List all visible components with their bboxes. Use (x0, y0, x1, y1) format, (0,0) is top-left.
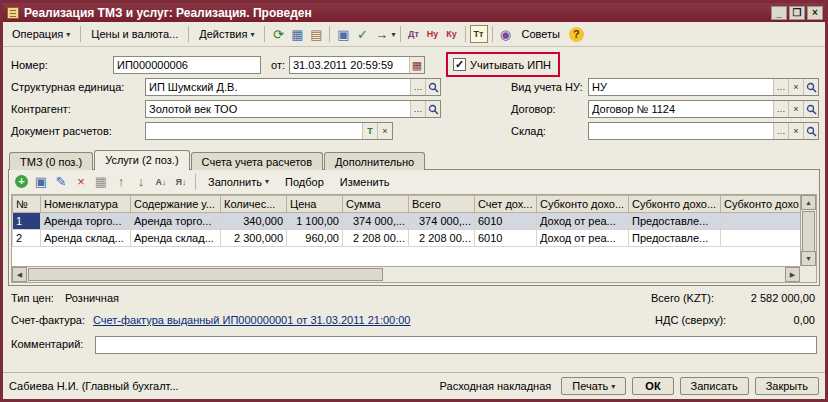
comment-field[interactable] (95, 336, 817, 354)
number-field[interactable] (113, 56, 261, 74)
table-row[interactable]: 1Аренда торго...Аренда торго...340,0001 … (13, 213, 801, 230)
tab-3[interactable]: Счета учета расчетов (191, 152, 323, 170)
ipn-checkbox[interactable]: ✓ (453, 58, 466, 71)
nu-kind-field[interactable]: … × (588, 78, 819, 96)
fill-menu-button[interactable]: Заполнить▾ (201, 174, 276, 190)
close-document-button[interactable]: Закрыть (755, 377, 819, 395)
column-header[interactable]: № (13, 196, 41, 213)
structure-icon[interactable]: ▦ (288, 25, 306, 43)
maximize-button[interactable]: ❐ (789, 6, 805, 20)
table-cell[interactable] (721, 213, 801, 230)
warehouse-field[interactable]: … × (588, 122, 819, 140)
table-cell[interactable]: 374 000,... (343, 213, 409, 230)
table-cell[interactable]: 6010 (475, 213, 537, 230)
nu-kind-clear-button[interactable]: × (788, 79, 803, 95)
table-cell[interactable]: 1 100,00 (287, 213, 343, 230)
advice-icon[interactable]: ◉ (497, 25, 515, 43)
table-cell[interactable]: Аренда склад... (41, 230, 131, 247)
edit-row-icon[interactable]: ✎ (52, 173, 70, 191)
sort-desc-icon[interactable]: Я↓ (172, 173, 190, 191)
nu-accounting-icon[interactable]: Ну (424, 25, 442, 43)
delete-row-icon[interactable]: × (72, 173, 90, 191)
warehouse-ellipsis-button[interactable]: … (773, 123, 788, 139)
structural-unit-input[interactable] (146, 79, 410, 95)
settlement-document-field[interactable]: Т × (145, 122, 393, 140)
counterparty-input[interactable] (146, 101, 410, 117)
minimize-button[interactable]: _ (771, 6, 787, 20)
column-header[interactable]: Содержание у... (131, 196, 221, 213)
column-header[interactable]: Субконто дохо... (537, 196, 629, 213)
operation-menu-button[interactable]: Операция▾ (6, 25, 76, 43)
save-button[interactable]: Записать (680, 377, 749, 395)
notes-icon[interactable]: ▤ (307, 25, 325, 43)
table-cell[interactable]: 2 (13, 230, 41, 247)
table-cell[interactable]: Аренда склад... (131, 230, 221, 247)
horizontal-scrollbar[interactable]: ◀ ▶ (12, 266, 800, 282)
contract-field[interactable]: … × (588, 100, 819, 118)
structural-unit-lookup-button[interactable] (425, 79, 440, 95)
warehouse-clear-button[interactable]: × (788, 123, 803, 139)
table-cell[interactable]: 374 000,... (409, 213, 475, 230)
settlement-document-clear-button[interactable]: × (377, 123, 392, 139)
column-header[interactable]: Сумма (343, 196, 409, 213)
structural-unit-field[interactable]: … (145, 78, 441, 96)
table-cell[interactable]: 2 208 00... (343, 230, 409, 247)
column-header[interactable]: Субконто дохо... (629, 196, 721, 213)
counterparty-ellipsis-button[interactable]: … (410, 101, 425, 117)
tab-2[interactable]: Услуги (2 поз.) (94, 150, 189, 170)
column-header[interactable]: Цена (287, 196, 343, 213)
scroll-right-icon[interactable]: ▶ (785, 267, 800, 282)
prices-currency-button[interactable]: Цены и валюта... (85, 25, 184, 43)
date-field[interactable]: ▦ (289, 56, 425, 74)
table-cell[interactable]: 340,000 (221, 213, 287, 230)
postings-dtkt-icon[interactable]: Дт (405, 25, 423, 43)
table-cell[interactable]: Аренда торго... (41, 213, 131, 230)
invoice-link[interactable]: Счет-фактура выданный ИП000000001 от 31.… (93, 314, 411, 326)
change-button[interactable]: Изменить (333, 174, 397, 190)
table-cell[interactable]: Доход от реа... (537, 213, 629, 230)
copy-row-icon[interactable]: ▣ (32, 173, 50, 191)
table-cell[interactable]: Предоставле... (629, 213, 721, 230)
scroll-up-icon[interactable]: ▲ (801, 195, 816, 210)
actions-menu-button[interactable]: Действия▾ (193, 25, 260, 43)
scroll-down-icon[interactable]: ▼ (801, 251, 816, 266)
nu-kind-input[interactable] (589, 79, 773, 95)
order-icon[interactable]: ▦ (92, 173, 110, 191)
scroll-left-icon[interactable]: ◀ (12, 267, 27, 282)
structural-unit-ellipsis-button[interactable]: … (410, 79, 425, 95)
date-input[interactable] (290, 57, 409, 73)
table-cell[interactable]: 6010 (475, 230, 537, 247)
contract-lookup-button[interactable] (803, 101, 818, 117)
tab-1[interactable]: ТМЗ (0 поз.) (9, 152, 93, 170)
chevron-down-icon[interactable]: ▾ (391, 30, 395, 39)
ipn-checkbox-label[interactable]: Учитывать ИПН (470, 59, 551, 71)
horizontal-scroll-thumb[interactable] (28, 268, 383, 281)
print-button[interactable]: Печать▾ (561, 377, 626, 395)
print-form-button[interactable]: Расходная накладная (436, 378, 556, 394)
text-style-icon[interactable]: Тт (470, 25, 488, 43)
number-input[interactable] (114, 57, 260, 73)
help-icon[interactable]: ? (569, 27, 584, 42)
calendar-icon[interactable]: ▦ (409, 57, 424, 73)
table-cell[interactable]: 960,00 (287, 230, 343, 247)
counterparty-field[interactable]: … (145, 100, 441, 118)
settlement-document-text-button[interactable]: Т (362, 123, 377, 139)
table-cell[interactable]: Аренда торго... (131, 213, 221, 230)
column-header[interactable]: Количес... (221, 196, 287, 213)
copy-icon[interactable]: ▣ (334, 25, 352, 43)
column-header[interactable]: Всего (409, 196, 475, 213)
titlebar[interactable]: Реализация ТМЗ и услуг: Реализация. Пров… (3, 3, 825, 22)
contract-ellipsis-button[interactable]: … (773, 101, 788, 117)
column-header[interactable]: Счет дох... (475, 196, 537, 213)
counterparty-lookup-button[interactable] (425, 101, 440, 117)
nu-kind-lookup-button[interactable] (803, 79, 818, 95)
contract-clear-button[interactable]: × (788, 101, 803, 117)
column-header[interactable]: Номенклатура (41, 196, 131, 213)
comment-input[interactable] (96, 337, 816, 353)
move-down-icon[interactable]: ↓ (132, 173, 150, 191)
tips-button[interactable]: Советы (516, 25, 566, 43)
table-cell[interactable]: Предоставле... (629, 230, 721, 247)
reread-document-icon[interactable]: ⟳ (269, 25, 287, 43)
column-header[interactable]: Субконто дохо... (721, 196, 801, 213)
sort-asc-icon[interactable]: А↓ (152, 173, 170, 191)
